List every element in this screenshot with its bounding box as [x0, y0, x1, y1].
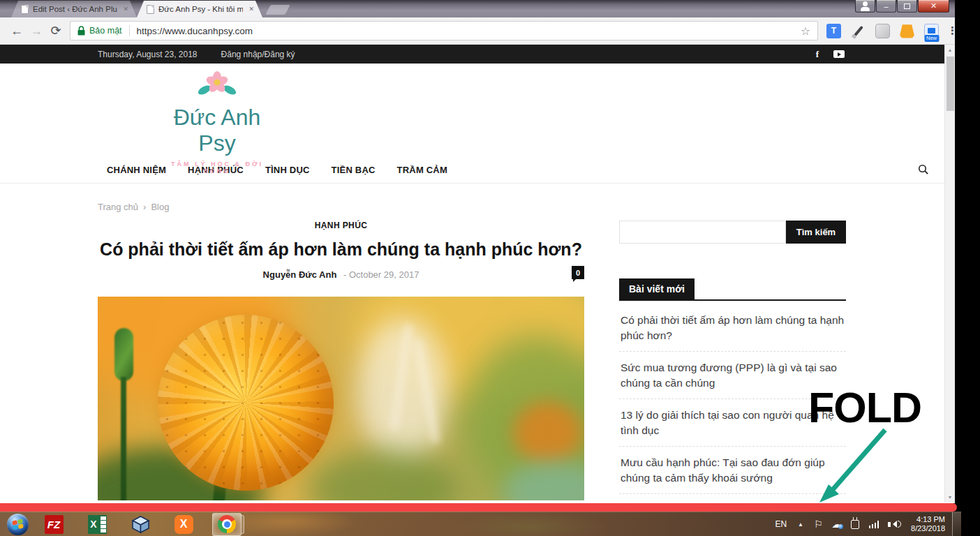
- minimize-button[interactable]: –: [876, 0, 896, 13]
- close-button[interactable]: ✕: [918, 0, 949, 13]
- article-category[interactable]: HẠNH PHÚC: [98, 221, 584, 230]
- browser-toolbar: ← → ⟳ Bảo mật https://www.ducanhpsy.com …: [0, 17, 955, 45]
- reload-button[interactable]: ⟳: [46, 23, 66, 38]
- translate-extension-icon[interactable]: T: [826, 24, 841, 38]
- content-area: Trang chủ›Blog HẠNH PHÚC Có phải thời ti…: [98, 202, 846, 502]
- nav-search-button[interactable]: [918, 164, 929, 175]
- new-tab-button[interactable]: [265, 5, 290, 15]
- page-scrollbar[interactable]: ▲ ▼: [944, 45, 955, 502]
- logo-tagline: TÂM LÝ HỌC & ĐỜI SỐNG: [156, 161, 278, 174]
- virtualbox-cube-icon: [131, 515, 150, 534]
- scrollbar-thumb[interactable]: [946, 57, 954, 111]
- volume-icon[interactable]: [888, 521, 901, 528]
- logo-title: Đức Anh Psy: [156, 105, 278, 156]
- page-favicon: [21, 5, 29, 14]
- article: HẠNH PHÚC Có phải thời tiết ấm áp hơn là…: [98, 221, 584, 502]
- sidebar-search: Tìm kiếm: [619, 221, 846, 244]
- breadcrumb-separator: ›: [143, 202, 146, 212]
- profile-button[interactable]: [855, 0, 875, 13]
- tab-close-icon[interactable]: ✕: [247, 4, 255, 14]
- breadcrumb-home[interactable]: Trang chủ: [98, 202, 138, 212]
- site-logo[interactable]: Đức Anh Psy TÂM LÝ HỌC & ĐỜI SỐNG: [156, 70, 278, 174]
- image-marigold-flower: [158, 315, 334, 491]
- tab-edit-post[interactable]: Edit Post ‹ Đức Anh Plus - ✕: [11, 1, 137, 17]
- article-meta: Nguyễn Đức Anh - October 29, 2017 0: [98, 269, 584, 280]
- login-register-link[interactable]: Đăng nhập/Đăng ký: [221, 50, 295, 59]
- system-tray: EN ▲ ⚐ ☁ 4:13 PM 8/23/2018: [775, 512, 961, 536]
- image-bokeh-blob: [513, 401, 583, 464]
- network-signal-icon[interactable]: [869, 521, 879, 528]
- taskbar-xampp[interactable]: X: [169, 513, 198, 536]
- show-desktop-button[interactable]: [952, 512, 961, 536]
- article-title: Có phải thời tiết ấm áp hơn làm chúng ta…: [98, 239, 584, 260]
- extension-area: T New: [826, 24, 939, 38]
- scroll-up-arrow[interactable]: ▲: [945, 45, 955, 55]
- social-links: f: [816, 49, 845, 60]
- desktop-screen: Edit Post ‹ Đức Anh Plus - ✕ Đức Anh Psy…: [0, 0, 980, 536]
- xampp-icon: X: [175, 515, 193, 534]
- excel-icon: X: [88, 515, 107, 534]
- taskbar-filezilla[interactable]: FZ: [39, 513, 68, 536]
- power-plug-icon[interactable]: [851, 520, 859, 529]
- new-badge: New: [924, 35, 939, 42]
- nav-item-tram-cam[interactable]: TRẦM CẢM: [397, 165, 447, 175]
- topbar-date: Thursday, August 23, 2018: [98, 50, 198, 59]
- taskbar-virtualbox[interactable]: [126, 513, 155, 536]
- clock-time: 4:13 PM: [911, 515, 945, 525]
- maximize-button[interactable]: [897, 0, 917, 13]
- browser-menu-icon[interactable]: ⋮: [947, 24, 958, 37]
- language-indicator[interactable]: EN: [775, 519, 787, 529]
- image-foliage-blob: [307, 450, 461, 500]
- site-header: Đức Anh Psy TÂM LÝ HỌC & ĐỜI SỐNG: [0, 64, 944, 156]
- comment-count-badge[interactable]: 0: [572, 266, 584, 279]
- filezilla-icon: FZ: [45, 515, 64, 534]
- image-flower-bud: [114, 328, 133, 381]
- start-button[interactable]: [7, 514, 29, 535]
- orange-extension-icon[interactable]: [900, 24, 914, 38]
- taskbar-chrome-active[interactable]: [212, 513, 242, 536]
- post-link[interactable]: Có phải thời tiết ấm áp hơn làm chúng ta…: [619, 304, 846, 351]
- new-extension-icon[interactable]: New: [924, 24, 939, 38]
- tab-title: Đức Anh Psy - Khi tôi mu: [158, 5, 243, 13]
- bookmark-star-icon[interactable]: ☆: [801, 24, 810, 38]
- address-bar[interactable]: Bảo mật https://www.ducanhpsy.com ☆: [70, 21, 818, 40]
- search-icon: [918, 164, 929, 175]
- back-button[interactable]: ←: [7, 24, 27, 38]
- main-navigation: CHÁNH NIỆM HẠNH PHÚC TÌNH DỤC TIỀN BẠC T…: [0, 156, 944, 184]
- tab-close-icon[interactable]: ✕: [121, 4, 130, 14]
- breadcrumb: Trang chủ›Blog: [98, 202, 846, 212]
- fold-arrow-icon: [803, 420, 900, 507]
- facebook-icon[interactable]: f: [816, 49, 819, 60]
- site-topbar: Thursday, August 23, 2018 Đăng nhập/Đăng…: [0, 45, 944, 64]
- windows-flag-icon: [12, 519, 23, 530]
- nav-item-tien-bac[interactable]: TIỀN BẠC: [332, 165, 376, 175]
- lock-icon: [77, 26, 85, 36]
- cube-extension-icon[interactable]: [875, 24, 890, 38]
- tab-duc-anh-psy[interactable]: Đức Anh Psy - Khi tôi mu ✕: [137, 1, 262, 17]
- clock-date: 8/23/2018: [911, 524, 945, 534]
- page-favicon: [147, 5, 154, 14]
- widget-title: Bài viết mới: [619, 278, 695, 299]
- window-controls: – ✕: [854, 0, 949, 13]
- forward-button[interactable]: →: [27, 24, 46, 38]
- search-input[interactable]: [619, 221, 786, 244]
- colorpicker-extension-icon[interactable]: [851, 24, 866, 38]
- browser-titlebar: Edit Post ‹ Đức Anh Plus - ✕ Đức Anh Psy…: [0, 0, 955, 17]
- taskbar-excel[interactable]: X: [82, 513, 112, 536]
- cloud-sync-icon[interactable]: ☁: [832, 519, 842, 530]
- article-author[interactable]: Nguyễn Đức Anh: [263, 269, 337, 280]
- eyedropper-icon: [854, 25, 863, 36]
- search-submit-button[interactable]: Tìm kiếm: [786, 221, 846, 244]
- omnibox-divider: [129, 25, 130, 36]
- article-date: October 29, 2017: [349, 269, 419, 280]
- breadcrumb-current: Blog: [151, 202, 169, 212]
- tray-expand-icon[interactable]: ▲: [798, 521, 803, 528]
- clock[interactable]: 4:13 PM 8/23/2018: [911, 515, 945, 534]
- meta-separator: -: [343, 269, 346, 280]
- scroll-down-arrow[interactable]: ▼: [945, 492, 955, 502]
- windows-taskbar: FZ X X EN ▲ ⚐ ☁: [0, 512, 961, 536]
- chrome-icon: [218, 515, 236, 533]
- youtube-icon[interactable]: [833, 50, 845, 58]
- url-text: https://www.ducanhpsy.com: [137, 26, 253, 36]
- action-center-flag-icon[interactable]: ⚐: [814, 519, 823, 530]
